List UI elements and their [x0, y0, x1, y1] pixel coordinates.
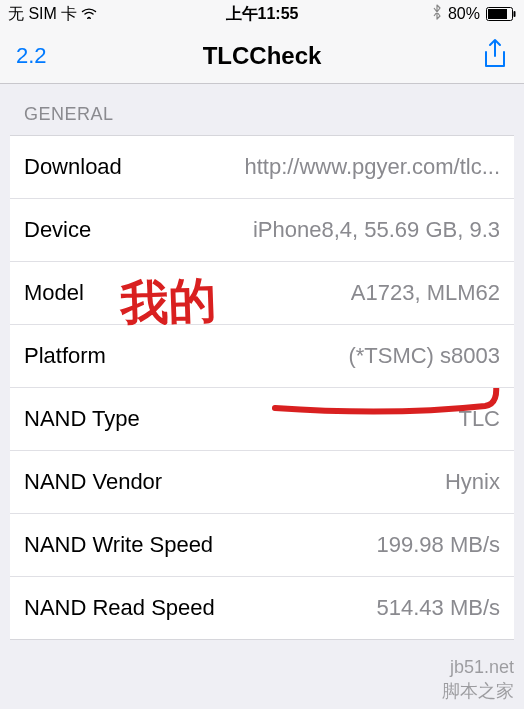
back-button[interactable]: 2.2	[16, 43, 47, 69]
row-model: Model A1723, MLM62	[10, 262, 514, 325]
section-header-general: GENERAL	[10, 84, 514, 135]
battery-percentage: 80%	[448, 5, 480, 23]
svg-rect-1	[488, 9, 507, 19]
svg-rect-2	[514, 11, 516, 17]
battery-icon	[486, 7, 516, 21]
wifi-icon	[81, 5, 97, 23]
nav-bar: 2.2 TLCCheck	[0, 28, 524, 84]
row-label: NAND Vendor	[24, 469, 162, 495]
share-button[interactable]	[482, 38, 508, 74]
row-value: 514.43 MB/s	[376, 595, 500, 621]
row-device: Device iPhone8,4, 55.69 GB, 9.3	[10, 199, 514, 262]
back-label: 2.2	[16, 43, 47, 68]
row-download[interactable]: Download http://www.pgyer.com/tlc...	[10, 136, 514, 199]
row-label: NAND Type	[24, 406, 140, 432]
page-title: TLCCheck	[203, 42, 322, 70]
row-label: Download	[24, 154, 122, 180]
row-nand-write-speed: NAND Write Speed 199.98 MB/s	[10, 514, 514, 577]
watermark-line2: 脚本之家	[442, 680, 514, 703]
row-value: Hynix	[445, 469, 500, 495]
row-label: NAND Read Speed	[24, 595, 215, 621]
row-value: 199.98 MB/s	[376, 532, 500, 558]
row-value: (*TSMC) s8003	[348, 343, 500, 369]
row-nand-read-speed: NAND Read Speed 514.43 MB/s	[10, 577, 514, 639]
carrier-text: 无 SIM 卡	[8, 4, 77, 25]
row-value: http://www.pgyer.com/tlc...	[244, 154, 500, 180]
row-value: A1723, MLM62	[351, 280, 500, 306]
status-carrier: 无 SIM 卡	[8, 4, 97, 25]
row-nand-vendor: NAND Vendor Hynix	[10, 451, 514, 514]
row-value: iPhone8,4, 55.69 GB, 9.3	[253, 217, 500, 243]
row-label: Model	[24, 280, 84, 306]
row-platform: Platform (*TSMC) s8003	[10, 325, 514, 388]
general-list: Download http://www.pgyer.com/tlc... Dev…	[10, 135, 514, 640]
watermark-line1: jb51.net	[442, 656, 514, 679]
row-label: NAND Write Speed	[24, 532, 213, 558]
status-time: 上午11:55	[226, 4, 299, 25]
row-label: Device	[24, 217, 91, 243]
watermark: jb51.net 脚本之家	[442, 656, 514, 703]
bluetooth-icon	[432, 4, 442, 24]
content: GENERAL Download http://www.pgyer.com/tl…	[0, 84, 524, 640]
share-icon	[482, 56, 508, 73]
row-nand-type: NAND Type TLC	[10, 388, 514, 451]
row-label: Platform	[24, 343, 106, 369]
status-bar: 无 SIM 卡 上午11:55 80%	[0, 0, 524, 28]
row-value: TLC	[458, 406, 500, 432]
